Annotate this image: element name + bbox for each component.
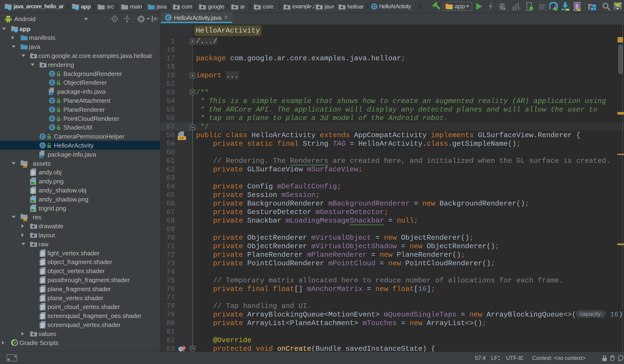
svg-text:C: C xyxy=(41,143,44,148)
svg-text:C: C xyxy=(51,80,54,85)
svg-text:C: C xyxy=(373,4,376,9)
svg-text:J: J xyxy=(50,92,52,96)
svg-text:C: C xyxy=(51,107,54,112)
svg-text:C: C xyxy=(41,134,44,139)
svg-text:C: C xyxy=(51,116,54,121)
svg-text:C: C xyxy=(167,15,170,20)
svg-text:J: J xyxy=(40,155,42,158)
svg-text:C: C xyxy=(51,98,54,103)
svg-text:<>: <> xyxy=(180,136,184,140)
svg-text:C: C xyxy=(51,71,54,76)
svg-text:C: C xyxy=(51,125,54,130)
